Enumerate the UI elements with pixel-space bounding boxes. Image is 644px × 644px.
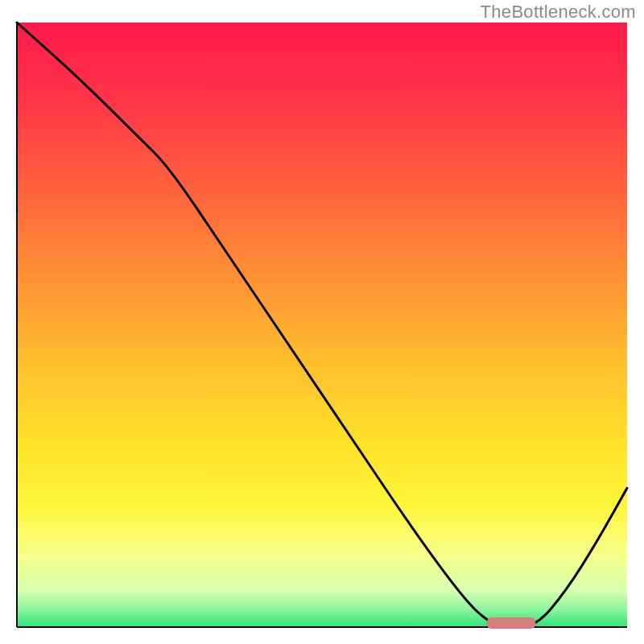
optimal-marker — [487, 617, 536, 629]
bottleneck-chart — [0, 0, 644, 644]
chart-container: TheBottleneck.com — [0, 0, 644, 644]
plot-background — [17, 23, 627, 627]
watermark-text: TheBottleneck.com — [481, 2, 636, 23]
